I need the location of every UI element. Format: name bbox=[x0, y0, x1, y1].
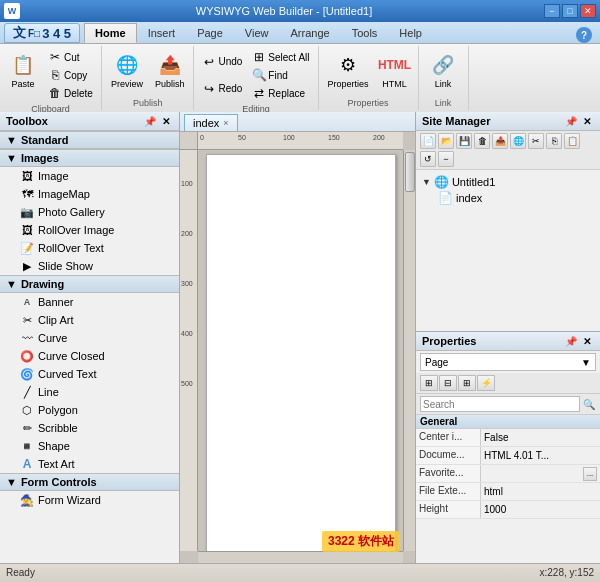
toolbox-item-scribble[interactable]: ✏ Scribble bbox=[0, 419, 179, 437]
category-expand-icon: ▼ bbox=[6, 278, 17, 290]
close-button[interactable]: ✕ bbox=[580, 4, 596, 18]
replace-icon: ⇄ bbox=[252, 86, 266, 100]
editor-tab-close-icon[interactable]: × bbox=[223, 118, 228, 128]
editor-tab-index[interactable]: index × bbox=[184, 114, 238, 131]
toolbox-item-slide-show[interactable]: ▶ Slide Show bbox=[0, 257, 179, 275]
publish-button[interactable]: 📤 Publish bbox=[150, 48, 190, 93]
toolbox-item-shape[interactable]: ◾ Shape bbox=[0, 437, 179, 455]
toolbox-list: ▼ Standard ▼ Images 🖼 Image 🗺 ImageMap 📷… bbox=[0, 131, 179, 563]
minimize-button[interactable]: − bbox=[544, 4, 560, 18]
toolbox-item-line[interactable]: ╱ Line bbox=[0, 383, 179, 401]
tab-home[interactable]: Home bbox=[84, 23, 137, 43]
search-icon[interactable]: 🔍 bbox=[582, 397, 596, 411]
cut-button[interactable]: ✂ Cut bbox=[44, 48, 97, 66]
toolbox-item-polygon[interactable]: ⬡ Polygon bbox=[0, 401, 179, 419]
ruler-num-v-500: 500 bbox=[181, 380, 193, 387]
props-tb-btn4[interactable]: ⚡ bbox=[477, 375, 495, 391]
toolbox-category-drawing[interactable]: ▼ Drawing bbox=[0, 275, 179, 293]
properties-close-icon[interactable]: ✕ bbox=[580, 334, 594, 348]
canvas-page[interactable] bbox=[206, 154, 396, 551]
sm-btn-cut[interactable]: ✂ bbox=[528, 133, 544, 149]
preview-button[interactable]: 🌐 Preview bbox=[106, 48, 148, 93]
ruler-left: 100 200 300 400 500 bbox=[180, 150, 198, 551]
link-button[interactable]: 🔗 Link bbox=[424, 48, 462, 93]
delete-button[interactable]: 🗑 Delete bbox=[44, 84, 97, 102]
favorite-browse-button[interactable]: ... bbox=[583, 467, 597, 481]
toolbox-title: Toolbox bbox=[6, 115, 48, 127]
clipboard-small-buttons: ✂ Cut ⎘ Copy 🗑 Delete bbox=[44, 48, 97, 102]
copy-label: Copy bbox=[64, 70, 87, 81]
tab-help[interactable]: Help bbox=[388, 23, 433, 43]
tab-tools[interactable]: Tools bbox=[341, 23, 389, 43]
toolbox-item-curved-text[interactable]: 🌀 Curved Text bbox=[0, 365, 179, 383]
properties-pin-icon[interactable]: 📌 bbox=[564, 334, 578, 348]
sm-btn-publish[interactable]: 📤 bbox=[492, 133, 508, 149]
toolbox-item-curve-closed[interactable]: ⭕ Curve Closed bbox=[0, 347, 179, 365]
sm-btn-copy[interactable]: ⎘ bbox=[546, 133, 562, 149]
tab-page[interactable]: Page bbox=[186, 23, 234, 43]
toolbox-category-standard[interactable]: ▼ Standard bbox=[0, 131, 179, 149]
properties-search-input[interactable] bbox=[420, 396, 580, 412]
properties-page-dropdown[interactable]: Page ▼ bbox=[420, 353, 596, 371]
props-tb-btn2[interactable]: ⊟ bbox=[439, 375, 457, 391]
toolbox-item-imagemap[interactable]: 🗺 ImageMap bbox=[0, 185, 179, 203]
status-ready-text: Ready bbox=[6, 567, 35, 578]
find-button[interactable]: 🔍 Find bbox=[248, 66, 313, 84]
site-manager-close-icon[interactable]: ✕ bbox=[580, 114, 594, 128]
toolbox-category-form-controls[interactable]: ▼ Form Controls bbox=[0, 473, 179, 491]
props-tb-btn3[interactable]: ⊞ bbox=[458, 375, 476, 391]
toolbox-item-rollover-image[interactable]: 🖼 RollOver Image bbox=[0, 221, 179, 239]
toolbox-pin-icon[interactable]: 📌 bbox=[143, 114, 157, 128]
tab-insert[interactable]: Insert bbox=[137, 23, 187, 43]
sm-btn-save[interactable]: 💾 bbox=[456, 133, 472, 149]
ribbon-tab-special[interactable]: 文 F□ 3 4 5 bbox=[4, 23, 80, 43]
tree-item-index[interactable]: 📄 index bbox=[436, 190, 596, 206]
maximize-button[interactable]: □ bbox=[562, 4, 578, 18]
copy-button[interactable]: ⎘ Copy bbox=[44, 66, 97, 84]
toolbox-item-rollover-text[interactable]: 📝 RollOver Text bbox=[0, 239, 179, 257]
scrollbar-thumb-vertical[interactable] bbox=[405, 152, 415, 192]
tree-item-untitled1[interactable]: ▼ 🌐 Untitled1 bbox=[420, 174, 596, 190]
undo-button[interactable]: ↩ Undo bbox=[198, 53, 246, 71]
sm-btn-new[interactable]: 📄 bbox=[420, 133, 436, 149]
toolbox-item-banner[interactable]: A Banner bbox=[0, 293, 179, 311]
sm-btn-paste[interactable]: 📋 bbox=[564, 133, 580, 149]
properties-button[interactable]: ⚙ Properties bbox=[323, 48, 374, 93]
ruler-num-100: 100 bbox=[283, 134, 295, 141]
props-row-doctype: Docume... HTML 4.01 T... bbox=[416, 447, 600, 465]
tab-arrange[interactable]: Arrange bbox=[280, 23, 341, 43]
toolbox-item-image[interactable]: 🖼 Image bbox=[0, 167, 179, 185]
html-button[interactable]: HTML HTML bbox=[376, 48, 414, 93]
prop-key-doctype: Docume... bbox=[416, 447, 481, 464]
scrollbar-horizontal[interactable] bbox=[198, 551, 403, 563]
toolbox-item-curve[interactable]: 〰 Curve bbox=[0, 329, 179, 347]
publish-group-label: Publish bbox=[133, 96, 163, 108]
canvas-scroll-area[interactable] bbox=[198, 150, 403, 551]
toolbox-item-photo-gallery[interactable]: 📷 Photo Gallery bbox=[0, 203, 179, 221]
paste-button[interactable]: 📋 Paste bbox=[4, 48, 42, 93]
redo-button[interactable]: ↪ Redo bbox=[198, 80, 246, 98]
sm-btn-collapse[interactable]: − bbox=[438, 151, 454, 167]
toolbox-item-text-art[interactable]: A Text Art bbox=[0, 455, 179, 473]
select-all-button[interactable]: ⊞ Select All bbox=[248, 48, 313, 66]
sm-btn-refresh[interactable]: ↺ bbox=[420, 151, 436, 167]
ribbon-group-publish: 🌐 Preview 📤 Publish Publish bbox=[102, 46, 195, 110]
site-manager-pin-icon[interactable]: 📌 bbox=[564, 114, 578, 128]
scrollbar-vertical[interactable] bbox=[403, 150, 415, 551]
toolbox-item-clip-art[interactable]: ✂ Clip Art bbox=[0, 311, 179, 329]
props-tb-btn1[interactable]: ⊞ bbox=[420, 375, 438, 391]
sm-btn-preview[interactable]: 🌐 bbox=[510, 133, 526, 149]
item-label: Shape bbox=[38, 440, 70, 452]
link-icon: 🔗 bbox=[429, 51, 457, 79]
replace-button[interactable]: ⇄ Replace bbox=[248, 84, 313, 102]
toolbox-close-icon[interactable]: ✕ bbox=[159, 114, 173, 128]
ruler-top-content: 0 50 100 150 200 bbox=[198, 132, 403, 149]
sm-btn-open[interactable]: 📂 bbox=[438, 133, 454, 149]
link-label: Link bbox=[435, 79, 452, 90]
toolbox-category-images[interactable]: ▼ Images bbox=[0, 149, 179, 167]
help-icon[interactable]: ? bbox=[576, 27, 592, 43]
tab-view[interactable]: View bbox=[234, 23, 280, 43]
paste-icon: 📋 bbox=[9, 51, 37, 79]
toolbox-item-form-wizard[interactable]: 🧙 Form Wizard bbox=[0, 491, 179, 509]
sm-btn-delete[interactable]: 🗑 bbox=[474, 133, 490, 149]
